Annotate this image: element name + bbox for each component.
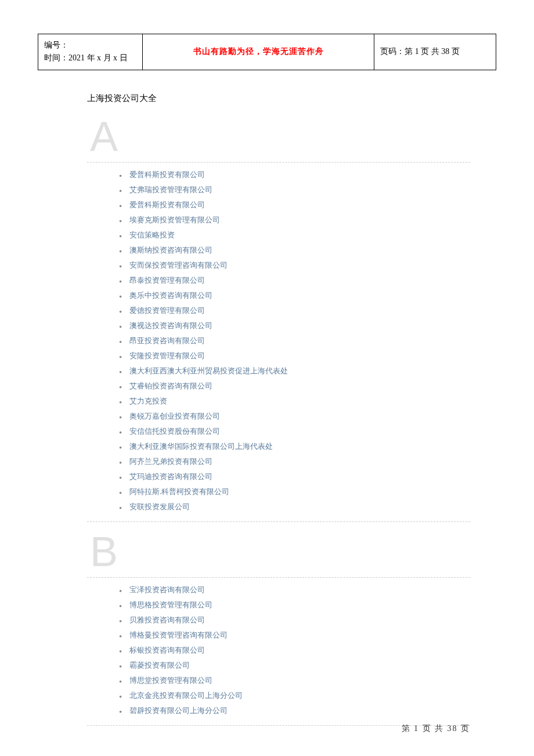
list-item: 艾睿铂投资咨询有限公司 bbox=[119, 379, 470, 394]
list-item: 澳大利亚澳华国际投资有限公司上海代表处 bbox=[119, 439, 470, 454]
divider bbox=[87, 521, 470, 522]
list-item: 博格曼投资管理咨询有限公司 bbox=[119, 628, 470, 643]
company-link[interactable]: 爱普科斯投资有限公司 bbox=[129, 200, 205, 209]
list-item: 奥锐万嘉创业投资有限公司 bbox=[119, 409, 470, 424]
company-link[interactable]: 澳斯纳投资咨询有限公司 bbox=[129, 246, 212, 254]
company-link[interactable]: 贝雅投资咨询有限公司 bbox=[129, 615, 205, 624]
list-item: 爱普科斯投资有限公司 bbox=[119, 197, 470, 213]
list-item: 澳视达投资咨询有限公司 bbox=[119, 318, 470, 333]
time-label: 时间：2021 年 x 月 x 日 bbox=[44, 52, 136, 64]
section-a: A 爱普科斯投资有限公司 艾弗瑞投资管理有限公司 爱普科斯投资有限公司 埃赛克斯… bbox=[87, 116, 470, 522]
list-item: 昂亚投资咨询有限公司 bbox=[119, 333, 470, 348]
company-link[interactable]: 奥锐万嘉创业投资有限公司 bbox=[129, 412, 220, 420]
company-link[interactable]: 安隆投资管理有限公司 bbox=[129, 351, 205, 360]
list-item: 安而保投资管理咨询有限公司 bbox=[119, 258, 470, 273]
company-link[interactable]: 宝泽投资咨询有限公司 bbox=[129, 585, 205, 594]
list-item: 博思格投资管理有限公司 bbox=[119, 597, 470, 613]
company-link[interactable]: 澳大利亚西澳大利亚州贸易投资促进上海代表处 bbox=[129, 366, 288, 375]
section-b: B 宝泽投资咨询有限公司 博思格投资管理有限公司 贝雅投资咨询有限公司 博格曼投… bbox=[87, 531, 470, 726]
company-link[interactable]: 艾玛迪投资咨询有限公司 bbox=[129, 472, 212, 481]
company-link[interactable]: 安信策略投资 bbox=[129, 231, 175, 239]
list-item: 霸菱投资有限公司 bbox=[119, 658, 470, 673]
list-item: 埃赛克斯投资管理有限公司 bbox=[119, 213, 470, 228]
list-item: 安信信托投资股份有限公司 bbox=[119, 424, 470, 439]
company-link[interactable]: 爱普科斯投资有限公司 bbox=[129, 170, 205, 179]
header-page-label: 页码：第 1 页 共 38 页 bbox=[374, 34, 496, 70]
company-link[interactable]: 安信信托投资股份有限公司 bbox=[129, 427, 220, 435]
list-item: 阿特拉斯.科普柯投资有限公司 bbox=[119, 484, 470, 499]
list-item: 碧辟投资有限公司上海分公司 bbox=[119, 703, 470, 718]
list-item: 奥乐中投资咨询有限公司 bbox=[119, 288, 470, 303]
company-list-b: 宝泽投资咨询有限公司 博思格投资管理有限公司 贝雅投资咨询有限公司 博格曼投资管… bbox=[87, 582, 470, 718]
list-item: 阿齐兰兄弟投资有限公司 bbox=[119, 454, 470, 469]
company-link[interactable]: 博思堂投资管理有限公司 bbox=[129, 676, 212, 685]
company-link[interactable]: 澳大利亚澳华国际投资有限公司上海代表处 bbox=[129, 442, 273, 451]
list-item: 爱德投资管理有限公司 bbox=[119, 303, 470, 318]
numbering-label: 编号： bbox=[44, 39, 136, 52]
list-item: 北京金兆投资有限公司上海分公司 bbox=[119, 688, 470, 703]
company-link[interactable]: 博思格投资管理有限公司 bbox=[129, 600, 212, 609]
company-link[interactable]: 标银投资咨询有限公司 bbox=[129, 646, 205, 654]
company-list-a: 爱普科斯投资有限公司 艾弗瑞投资管理有限公司 爱普科斯投资有限公司 埃赛克斯投资… bbox=[87, 167, 470, 514]
list-item: 博思堂投资管理有限公司 bbox=[119, 673, 470, 688]
divider bbox=[87, 162, 470, 163]
company-link[interactable]: 安而保投资管理咨询有限公司 bbox=[129, 261, 228, 269]
company-link[interactable]: 碧辟投资有限公司上海分公司 bbox=[129, 706, 228, 715]
list-item: 澳大利亚西澳大利亚州贸易投资促进上海代表处 bbox=[119, 363, 470, 379]
company-link[interactable]: 北京金兆投资有限公司上海分公司 bbox=[129, 691, 243, 700]
company-link[interactable]: 爱德投资管理有限公司 bbox=[129, 306, 205, 315]
list-item: 贝雅投资咨询有限公司 bbox=[119, 613, 470, 628]
section-letter-a: A bbox=[90, 116, 470, 157]
header-table: 编号： 时间：2021 年 x 月 x 日 书山有路勤为径，学海无涯苦作舟 页码… bbox=[38, 34, 496, 70]
list-item: 澳斯纳投资咨询有限公司 bbox=[119, 243, 470, 258]
company-link[interactable]: 艾力克投资 bbox=[129, 397, 167, 405]
list-item: 昂泰投资管理有限公司 bbox=[119, 273, 470, 288]
list-item: 艾弗瑞投资管理有限公司 bbox=[119, 182, 470, 197]
header-left-cell: 编号： 时间：2021 年 x 月 x 日 bbox=[38, 34, 143, 70]
company-link[interactable]: 昂泰投资管理有限公司 bbox=[129, 276, 205, 285]
list-item: 安信策略投资 bbox=[119, 228, 470, 243]
list-item: 艾力克投资 bbox=[119, 394, 470, 409]
page-title: 上海投资公司大全 bbox=[87, 93, 470, 104]
list-item: 宝泽投资咨询有限公司 bbox=[119, 582, 470, 597]
list-item: 安联投资发展公司 bbox=[119, 499, 470, 514]
section-letter-b: B bbox=[90, 531, 470, 573]
company-link[interactable]: 阿齐兰兄弟投资有限公司 bbox=[129, 457, 212, 466]
footer-page-number: 第 1 页 共 38 页 bbox=[402, 723, 471, 734]
divider bbox=[87, 577, 470, 578]
content-area: 上海投资公司大全 A 爱普科斯投资有限公司 艾弗瑞投资管理有限公司 爱普科斯投资… bbox=[87, 93, 470, 730]
company-link[interactable]: 澳视达投资咨询有限公司 bbox=[129, 321, 212, 330]
company-link[interactable]: 艾弗瑞投资管理有限公司 bbox=[129, 185, 212, 194]
company-link[interactable]: 阿特拉斯.科普柯投资有限公司 bbox=[129, 487, 229, 496]
company-link[interactable]: 艾睿铂投资咨询有限公司 bbox=[129, 381, 212, 390]
header-motto: 书山有路勤为径，学海无涯苦作舟 bbox=[142, 34, 374, 70]
company-link[interactable]: 埃赛克斯投资管理有限公司 bbox=[129, 215, 220, 224]
company-link[interactable]: 霸菱投资有限公司 bbox=[129, 661, 190, 669]
list-item: 爱普科斯投资有限公司 bbox=[119, 167, 470, 182]
company-link[interactable]: 奥乐中投资咨询有限公司 bbox=[129, 291, 212, 300]
company-link[interactable]: 昂亚投资咨询有限公司 bbox=[129, 336, 205, 345]
list-item: 艾玛迪投资咨询有限公司 bbox=[119, 469, 470, 484]
company-link[interactable]: 安联投资发展公司 bbox=[129, 502, 190, 511]
list-item: 安隆投资管理有限公司 bbox=[119, 348, 470, 363]
list-item: 标银投资咨询有限公司 bbox=[119, 643, 470, 658]
company-link[interactable]: 博格曼投资管理咨询有限公司 bbox=[129, 631, 228, 639]
